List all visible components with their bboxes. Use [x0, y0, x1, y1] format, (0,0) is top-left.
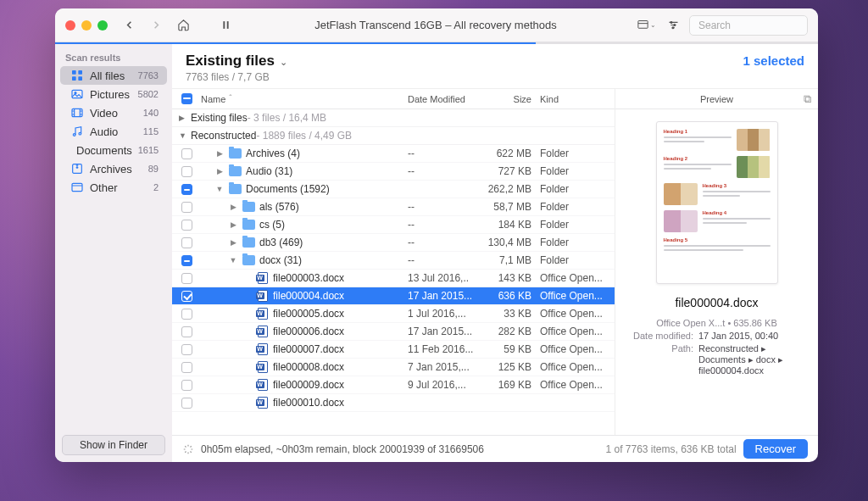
- group-row[interactable]: ▼Reconstructed - 1889 files / 4,49 GB: [172, 127, 615, 145]
- file-kind: Office Open...: [537, 343, 615, 355]
- select-all-checkbox[interactable]: [181, 93, 192, 104]
- file-name: file000006.docx: [273, 326, 344, 337]
- row-checkbox[interactable]: [181, 202, 192, 213]
- row-checkbox[interactable]: [181, 309, 192, 320]
- svg-rect-17: [72, 183, 82, 191]
- video-icon: [70, 106, 84, 120]
- back-button[interactable]: [118, 15, 140, 36]
- col-date[interactable]: Date Modified: [408, 94, 482, 104]
- file-size: 59 KB: [482, 343, 537, 355]
- file-date: --: [408, 237, 482, 248]
- file-row[interactable]: ▶als (576)--58,7 MBFolder: [172, 198, 615, 216]
- row-checkbox[interactable]: [181, 148, 192, 159]
- page-subtitle: 7763 files / 7,7 GB: [186, 71, 804, 83]
- app-window: JetFlash Transcend 16GB – All recovery m…: [55, 8, 818, 462]
- row-checkbox[interactable]: [181, 344, 192, 355]
- row-checkbox[interactable]: [181, 362, 192, 373]
- zoom-icon[interactable]: [97, 20, 108, 31]
- folder-icon: [229, 184, 242, 194]
- sidebar-item-label: Archives: [90, 163, 142, 175]
- chevron-down-icon[interactable]: ⌄: [280, 57, 287, 68]
- file-list: Name Date Modified Size Kind ▶Existing f…: [172, 88, 615, 435]
- file-row[interactable]: ▶Audio (31)--727 KBFolder: [172, 163, 615, 181]
- file-row[interactable]: ▶db3 (469)--130,4 MBFolder: [172, 234, 615, 252]
- file-kind: Folder: [537, 148, 615, 159]
- show-in-finder-button[interactable]: Show in Finder: [62, 435, 165, 455]
- file-row[interactable]: file000005.docx1 Jul 2016,...33 KBOffice…: [172, 305, 615, 323]
- pause-button[interactable]: [214, 15, 236, 36]
- file-row[interactable]: file000009.docx9 Jul 2016,...169 KBOffic…: [172, 376, 615, 394]
- file-size: 282 KB: [482, 326, 537, 337]
- row-checkbox[interactable]: [181, 255, 192, 266]
- home-button[interactable]: [172, 15, 194, 36]
- row-checkbox[interactable]: [181, 291, 192, 302]
- selection-count: 1 selected: [743, 53, 804, 68]
- file-row[interactable]: file000003.docx13 Jul 2016,..143 KBOffic…: [172, 270, 615, 287]
- file-size: 169 KB: [482, 379, 537, 391]
- file-row[interactable]: ▶Archives (4)--622 MBFolder: [172, 145, 615, 163]
- column-headers[interactable]: Name Date Modified Size Kind: [172, 89, 615, 109]
- sidebar-item-all-files[interactable]: All files7763: [60, 66, 167, 85]
- file-kind: Folder: [537, 183, 615, 195]
- search-field[interactable]: [689, 15, 808, 36]
- file-row[interactable]: file000006.docx17 Jan 2015...282 KBOffic…: [172, 323, 615, 341]
- file-row[interactable]: file000010.docx: [172, 394, 615, 412]
- sidebar-header: Scan results: [55, 49, 172, 66]
- folder-icon: [242, 220, 255, 230]
- col-size[interactable]: Size: [482, 94, 537, 104]
- file-name: Archives (4): [246, 148, 300, 159]
- file-kind: Folder: [537, 219, 615, 231]
- file-row[interactable]: ▼docx (31)--7,1 MBFolder: [172, 252, 615, 270]
- file-row[interactable]: file000004.docx17 Jan 2015...636 KBOffic…: [172, 287, 615, 305]
- file-name: file000009.docx: [273, 379, 344, 391]
- docx-icon: [258, 379, 268, 391]
- forward-button[interactable]: [145, 15, 167, 36]
- filters-button[interactable]: [662, 15, 684, 36]
- content-header: Existing files ⌄ 1 selected 7763 files /…: [172, 44, 818, 88]
- row-checkbox[interactable]: [181, 326, 192, 337]
- file-kind: Folder: [537, 254, 615, 266]
- search-input[interactable]: [698, 19, 818, 31]
- file-name: file000005.docx: [273, 308, 344, 320]
- window-controls: [65, 20, 108, 31]
- file-row[interactable]: ▼Documents (1592)262,2 MBFolder: [172, 181, 615, 198]
- file-row[interactable]: file000007.docx11 Feb 2016...59 KBOffice…: [172, 341, 615, 359]
- file-kind: Office Open...: [537, 326, 615, 337]
- row-checkbox[interactable]: [181, 380, 192, 391]
- row-checkbox[interactable]: [181, 184, 192, 195]
- sidebar-item-other[interactable]: Other2: [60, 178, 167, 197]
- file-row[interactable]: ▶cs (5)--184 KBFolder: [172, 216, 615, 234]
- row-checkbox[interactable]: [181, 398, 192, 409]
- view-options-button[interactable]: ⌄: [635, 15, 657, 36]
- file-name: cs (5): [259, 219, 285, 231]
- file-size: 130,4 MB: [482, 237, 537, 248]
- col-name[interactable]: Name: [201, 94, 408, 104]
- col-kind[interactable]: Kind: [537, 94, 615, 104]
- row-checkbox[interactable]: [181, 166, 192, 177]
- svg-rect-1: [226, 21, 228, 29]
- row-checkbox[interactable]: [181, 220, 192, 231]
- preview-header: Preview ⧉: [615, 89, 818, 109]
- disclosure-icon: ▼: [214, 185, 225, 193]
- sidebar-item-audio[interactable]: Audio115: [60, 122, 167, 141]
- spinner-icon: [182, 443, 194, 455]
- file-name: file000008.docx: [273, 361, 344, 373]
- file-size: 622 MB: [482, 148, 537, 159]
- sidebar-item-documents[interactable]: Documents1615: [60, 141, 167, 159]
- file-size: 33 KB: [482, 308, 537, 320]
- file-kind: Office Open...: [537, 361, 615, 373]
- docx-icon: [258, 343, 268, 355]
- recover-button[interactable]: Recover: [743, 439, 808, 459]
- minimize-icon[interactable]: [81, 20, 92, 31]
- sidebar-item-archives[interactable]: Archives89: [60, 159, 167, 178]
- row-checkbox[interactable]: [181, 273, 192, 284]
- file-row[interactable]: file000008.docx7 Jan 2015,...125 KBOffic…: [172, 359, 615, 376]
- expand-preview-icon[interactable]: ⧉: [804, 92, 811, 106]
- svg-rect-9: [72, 76, 76, 81]
- sidebar-item-pictures[interactable]: Pictures5802: [60, 85, 167, 103]
- docx-icon: [258, 290, 268, 302]
- group-row[interactable]: ▶Existing files - 3 files / 16,4 MB: [172, 109, 615, 127]
- sidebar-item-video[interactable]: Video140: [60, 103, 167, 122]
- close-icon[interactable]: [65, 20, 75, 31]
- row-checkbox[interactable]: [181, 237, 192, 248]
